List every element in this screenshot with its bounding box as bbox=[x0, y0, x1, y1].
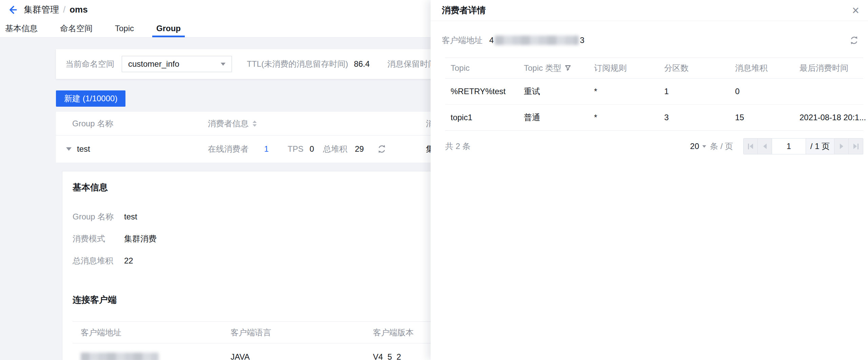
redacted-address bbox=[495, 36, 579, 45]
refresh-icon[interactable] bbox=[377, 144, 387, 154]
last-page-button[interactable] bbox=[849, 139, 863, 154]
consumer-info-header: 消费者信息 bbox=[208, 118, 426, 129]
backlog-label: 总堆积 bbox=[323, 144, 347, 154]
prev-page-button[interactable] bbox=[758, 139, 772, 154]
table-row: topic1 普通 * 3 15 2021-08-18 20:1... bbox=[445, 105, 863, 131]
last-time-cell: 2021-08-18 20:1... bbox=[794, 113, 866, 122]
backlog-cell: 15 bbox=[730, 113, 794, 122]
group-name: test bbox=[77, 144, 90, 154]
retention-label: 消息保留时间 bbox=[387, 59, 436, 69]
tps-value: 0 bbox=[310, 144, 314, 154]
redacted-address bbox=[81, 353, 159, 360]
field-value: 集群消费 bbox=[124, 233, 157, 244]
partitions-cell: 3 bbox=[659, 113, 730, 122]
breadcrumb-section[interactable]: 集群管理 bbox=[24, 4, 59, 16]
namespace-label: 当前命名空间 bbox=[65, 59, 114, 69]
first-page-button[interactable] bbox=[744, 139, 758, 154]
table-row: %RETRY%test 重试 * 1 0 bbox=[445, 79, 863, 105]
topic-type-cell: 重试 bbox=[518, 86, 589, 97]
address-prefix: 4 bbox=[489, 36, 494, 45]
topic-cell: %RETRY%test bbox=[445, 87, 518, 96]
sort-icon[interactable] bbox=[253, 121, 257, 127]
partitions-cell: 1 bbox=[659, 87, 730, 96]
field-label: Group 名称 bbox=[73, 211, 124, 222]
online-consumer-link[interactable]: 1 bbox=[264, 144, 269, 154]
total-count: 共 2 条 bbox=[445, 141, 471, 152]
page-size-unit: 条 / 页 bbox=[710, 141, 733, 152]
topic-type-header: Topic 类型 bbox=[518, 63, 589, 73]
partitions-header: 分区数 bbox=[659, 63, 730, 73]
filter-funnel-icon[interactable] bbox=[565, 65, 571, 71]
pager: / 1 页 bbox=[743, 138, 863, 154]
breadcrumb: 集群管理 / oms bbox=[24, 4, 88, 16]
group-name-header: Group 名称 bbox=[56, 118, 208, 129]
subscription-rule-header: 订阅规则 bbox=[589, 63, 659, 73]
tab-topic[interactable]: Topic bbox=[115, 19, 134, 37]
next-page-button[interactable] bbox=[834, 139, 849, 154]
field-value: test bbox=[124, 212, 137, 221]
total-pages: / 1 页 bbox=[806, 139, 834, 154]
back-arrow-icon[interactable] bbox=[6, 4, 18, 16]
rule-cell: * bbox=[589, 87, 659, 96]
chevron-down-icon bbox=[702, 145, 706, 147]
backlog-header: 消息堆积 bbox=[730, 63, 794, 73]
create-group-button[interactable]: 新建 (1/10000) bbox=[56, 90, 125, 107]
page-size-value: 20 bbox=[690, 142, 699, 151]
consumer-info-cell: 在线消费者 1 TPS 0 总堆积 29 bbox=[208, 144, 426, 154]
consumer-info-header-label: 消费者信息 bbox=[208, 118, 249, 129]
online-consumer-label: 在线消费者 bbox=[208, 144, 249, 154]
refresh-icon[interactable] bbox=[849, 35, 859, 45]
field-label: 消费模式 bbox=[73, 233, 124, 244]
namespace-select[interactable]: customer_info bbox=[122, 56, 232, 72]
client-address-header: 客户端地址 bbox=[73, 327, 222, 338]
topic-header: Topic bbox=[445, 63, 518, 73]
backlog-value: 29 bbox=[355, 144, 364, 154]
rule-cell: * bbox=[589, 113, 659, 122]
client-language: JAVA bbox=[222, 352, 365, 360]
field-value: 22 bbox=[124, 256, 133, 266]
page-number-input[interactable] bbox=[772, 139, 806, 154]
tab-basic-info[interactable]: 基本信息 bbox=[5, 19, 38, 37]
drawer-title: 消费者详情 bbox=[442, 4, 486, 16]
tab-group[interactable]: Group bbox=[156, 19, 181, 37]
topic-type-cell: 普通 bbox=[518, 112, 589, 123]
ttl-label: TTL(未消费的消息留存时间) bbox=[247, 59, 348, 69]
chevron-down-icon bbox=[221, 63, 225, 66]
ttl-value: 86.4 bbox=[354, 59, 370, 69]
topic-type-header-label: Topic 类型 bbox=[524, 63, 561, 73]
close-icon[interactable]: × bbox=[852, 4, 859, 17]
tps-label: TPS bbox=[288, 144, 303, 154]
consumer-detail-drawer: 消费者详情 × 客户端地址 4 3 Topic Topic 类型 订阅规则 bbox=[431, 0, 868, 360]
address-suffix: 3 bbox=[580, 36, 584, 45]
topic-table-header: Topic Topic 类型 订阅规则 分区数 消息堆积 最后消费时间 bbox=[445, 58, 863, 79]
backlog-cell: 0 bbox=[730, 87, 794, 96]
client-address-row: 客户端地址 4 3 bbox=[442, 33, 859, 47]
collapse-caret-icon[interactable] bbox=[66, 147, 72, 151]
client-language-header: 客户端语言 bbox=[222, 327, 365, 338]
topic-cell: topic1 bbox=[445, 113, 518, 122]
field-label: 总消息堆积 bbox=[73, 255, 124, 266]
tab-namespace[interactable]: 命名空间 bbox=[60, 19, 93, 37]
topic-table: Topic Topic 类型 订阅规则 分区数 消息堆积 最后消费时间 %RET… bbox=[445, 58, 863, 131]
breadcrumb-separator: / bbox=[63, 4, 65, 15]
client-address-label: 客户端地址 bbox=[442, 35, 482, 46]
namespace-select-value: customer_info bbox=[128, 59, 179, 69]
drawer-header: 消费者详情 × bbox=[431, 0, 868, 21]
breadcrumb-current: oms bbox=[70, 4, 87, 15]
pagination-bar: 共 2 条 20 条 / 页 / 1 页 bbox=[445, 138, 863, 154]
page-size-select[interactable]: 20 bbox=[690, 142, 707, 151]
last-consume-time-header: 最后消费时间 bbox=[794, 63, 863, 73]
